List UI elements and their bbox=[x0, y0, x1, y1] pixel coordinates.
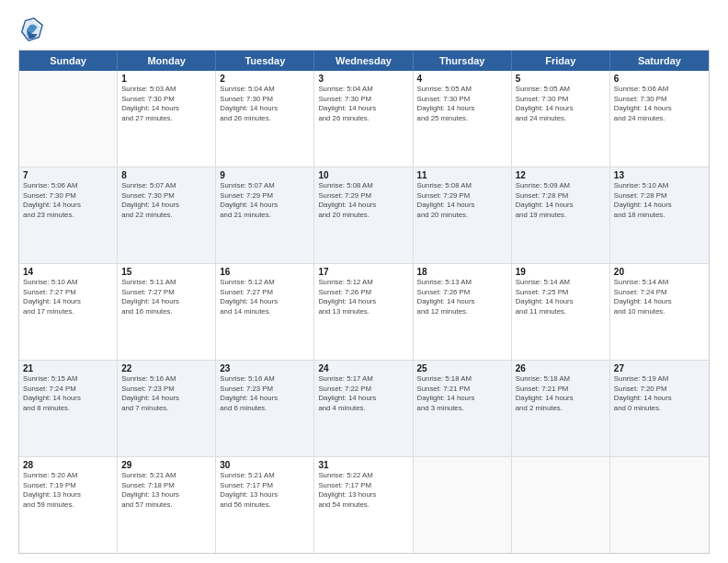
logo-icon bbox=[18, 17, 44, 42]
day-info: Sunrise: 5:11 AM Sunset: 7:27 PM Dayligh… bbox=[121, 278, 211, 316]
day-cell-22: 22Sunrise: 5:16 AM Sunset: 7:23 PM Dayli… bbox=[118, 361, 216, 456]
day-cell-24: 24Sunrise: 5:17 AM Sunset: 7:22 PM Dayli… bbox=[314, 361, 413, 456]
header-day-friday: Friday bbox=[512, 51, 610, 71]
day-info: Sunrise: 5:06 AM Sunset: 7:30 PM Dayligh… bbox=[23, 181, 113, 220]
day-cell-27: 27Sunrise: 5:19 AM Sunset: 7:20 PM Dayli… bbox=[610, 361, 709, 456]
day-cell-15: 15Sunrise: 5:11 AM Sunset: 7:27 PM Dayli… bbox=[118, 264, 216, 360]
day-info: Sunrise: 5:17 AM Sunset: 7:22 PM Dayligh… bbox=[318, 374, 408, 413]
day-cell-6: 6Sunrise: 5:06 AM Sunset: 7:30 PM Daylig… bbox=[610, 71, 709, 167]
calendar: SundayMondayTuesdayWednesdayThursdayFrid… bbox=[18, 50, 710, 554]
day-info: Sunrise: 5:16 AM Sunset: 7:23 PM Dayligh… bbox=[121, 374, 211, 413]
day-number: 14 bbox=[23, 267, 113, 277]
header-day-thursday: Thursday bbox=[414, 51, 512, 71]
calendar-row-4: 28Sunrise: 5:20 AM Sunset: 7:19 PM Dayli… bbox=[19, 457, 709, 553]
day-info: Sunrise: 5:04 AM Sunset: 7:30 PM Dayligh… bbox=[220, 85, 310, 123]
day-cell-23: 23Sunrise: 5:16 AM Sunset: 7:23 PM Dayli… bbox=[216, 361, 314, 456]
day-number: 7 bbox=[23, 170, 113, 180]
day-number: 21 bbox=[23, 363, 113, 373]
day-info: Sunrise: 5:06 AM Sunset: 7:30 PM Dayligh… bbox=[614, 85, 705, 123]
day-cell-29: 29Sunrise: 5:21 AM Sunset: 7:18 PM Dayli… bbox=[118, 457, 216, 553]
calendar-header: SundayMondayTuesdayWednesdayThursdayFrid… bbox=[19, 51, 709, 71]
day-cell-2: 2Sunrise: 5:04 AM Sunset: 7:30 PM Daylig… bbox=[216, 71, 314, 167]
header-day-saturday: Saturday bbox=[610, 51, 709, 71]
day-cell-4: 4Sunrise: 5:05 AM Sunset: 7:30 PM Daylig… bbox=[414, 71, 512, 167]
day-number: 22 bbox=[121, 363, 211, 373]
day-info: Sunrise: 5:21 AM Sunset: 7:18 PM Dayligh… bbox=[121, 471, 211, 510]
day-info: Sunrise: 5:13 AM Sunset: 7:26 PM Dayligh… bbox=[417, 278, 507, 316]
day-cell-16: 16Sunrise: 5:12 AM Sunset: 7:27 PM Dayli… bbox=[216, 264, 314, 360]
day-number: 10 bbox=[318, 170, 408, 180]
day-cell-14: 14Sunrise: 5:10 AM Sunset: 7:27 PM Dayli… bbox=[19, 264, 118, 360]
day-info: Sunrise: 5:05 AM Sunset: 7:30 PM Dayligh… bbox=[417, 85, 507, 123]
empty-cell-4-4 bbox=[414, 457, 512, 553]
day-number: 30 bbox=[220, 460, 310, 470]
day-number: 15 bbox=[121, 267, 211, 277]
day-number: 11 bbox=[417, 170, 507, 180]
day-number: 1 bbox=[121, 74, 211, 84]
day-number: 18 bbox=[417, 267, 507, 277]
day-number: 17 bbox=[318, 267, 408, 277]
header-day-monday: Monday bbox=[118, 51, 216, 71]
day-number: 29 bbox=[121, 460, 211, 470]
day-number: 2 bbox=[220, 74, 310, 84]
day-cell-12: 12Sunrise: 5:09 AM Sunset: 7:28 PM Dayli… bbox=[512, 167, 610, 263]
day-info: Sunrise: 5:20 AM Sunset: 7:19 PM Dayligh… bbox=[23, 471, 113, 510]
day-info: Sunrise: 5:05 AM Sunset: 7:30 PM Dayligh… bbox=[516, 85, 606, 123]
day-number: 8 bbox=[121, 170, 211, 180]
day-info: Sunrise: 5:08 AM Sunset: 7:29 PM Dayligh… bbox=[318, 181, 408, 220]
day-cell-3: 3Sunrise: 5:04 AM Sunset: 7:30 PM Daylig… bbox=[314, 71, 413, 167]
day-number: 26 bbox=[516, 363, 606, 373]
day-cell-30: 30Sunrise: 5:21 AM Sunset: 7:17 PM Dayli… bbox=[216, 457, 314, 553]
day-number: 31 bbox=[318, 460, 408, 470]
day-cell-7: 7Sunrise: 5:06 AM Sunset: 7:30 PM Daylig… bbox=[19, 167, 118, 263]
calendar-row-1: 7Sunrise: 5:06 AM Sunset: 7:30 PM Daylig… bbox=[19, 167, 709, 264]
day-cell-31: 31Sunrise: 5:22 AM Sunset: 7:17 PM Dayli… bbox=[314, 457, 413, 553]
calendar-body: 1Sunrise: 5:03 AM Sunset: 7:30 PM Daylig… bbox=[19, 71, 709, 553]
day-number: 27 bbox=[614, 363, 705, 373]
day-info: Sunrise: 5:10 AM Sunset: 7:28 PM Dayligh… bbox=[614, 181, 705, 220]
day-cell-13: 13Sunrise: 5:10 AM Sunset: 7:28 PM Dayli… bbox=[610, 167, 709, 263]
day-number: 28 bbox=[23, 460, 113, 470]
page: SundayMondayTuesdayWednesdayThursdayFrid… bbox=[0, 0, 728, 563]
day-info: Sunrise: 5:12 AM Sunset: 7:27 PM Dayligh… bbox=[220, 278, 310, 316]
day-info: Sunrise: 5:07 AM Sunset: 7:30 PM Dayligh… bbox=[121, 181, 211, 220]
day-info: Sunrise: 5:18 AM Sunset: 7:21 PM Dayligh… bbox=[516, 374, 606, 413]
day-info: Sunrise: 5:09 AM Sunset: 7:28 PM Dayligh… bbox=[516, 181, 606, 220]
day-info: Sunrise: 5:22 AM Sunset: 7:17 PM Dayligh… bbox=[318, 471, 408, 510]
day-number: 24 bbox=[318, 363, 408, 373]
day-cell-20: 20Sunrise: 5:14 AM Sunset: 7:24 PM Dayli… bbox=[610, 264, 709, 360]
header-day-sunday: Sunday bbox=[19, 51, 118, 71]
day-cell-18: 18Sunrise: 5:13 AM Sunset: 7:26 PM Dayli… bbox=[414, 264, 512, 360]
day-info: Sunrise: 5:07 AM Sunset: 7:29 PM Dayligh… bbox=[220, 181, 310, 220]
day-number: 5 bbox=[516, 74, 606, 84]
day-number: 4 bbox=[417, 74, 507, 84]
day-cell-1: 1Sunrise: 5:03 AM Sunset: 7:30 PM Daylig… bbox=[118, 71, 216, 167]
day-cell-8: 8Sunrise: 5:07 AM Sunset: 7:30 PM Daylig… bbox=[118, 167, 216, 263]
calendar-row-3: 21Sunrise: 5:15 AM Sunset: 7:24 PM Dayli… bbox=[19, 361, 709, 457]
header-day-tuesday: Tuesday bbox=[216, 51, 314, 71]
day-number: 19 bbox=[516, 267, 606, 277]
day-number: 12 bbox=[516, 170, 606, 180]
day-info: Sunrise: 5:10 AM Sunset: 7:27 PM Dayligh… bbox=[23, 278, 113, 316]
day-cell-25: 25Sunrise: 5:18 AM Sunset: 7:21 PM Dayli… bbox=[414, 361, 512, 456]
day-info: Sunrise: 5:14 AM Sunset: 7:24 PM Dayligh… bbox=[614, 278, 705, 316]
day-info: Sunrise: 5:14 AM Sunset: 7:25 PM Dayligh… bbox=[516, 278, 606, 316]
day-info: Sunrise: 5:19 AM Sunset: 7:20 PM Dayligh… bbox=[614, 374, 705, 413]
day-number: 16 bbox=[220, 267, 310, 277]
day-cell-10: 10Sunrise: 5:08 AM Sunset: 7:29 PM Dayli… bbox=[314, 167, 413, 263]
day-info: Sunrise: 5:16 AM Sunset: 7:23 PM Dayligh… bbox=[220, 374, 310, 413]
day-cell-17: 17Sunrise: 5:12 AM Sunset: 7:26 PM Dayli… bbox=[314, 264, 413, 360]
day-number: 13 bbox=[614, 170, 705, 180]
day-number: 25 bbox=[417, 363, 507, 373]
logo bbox=[18, 17, 48, 42]
header bbox=[18, 17, 710, 42]
empty-cell-4-5 bbox=[512, 457, 610, 553]
day-cell-5: 5Sunrise: 5:05 AM Sunset: 7:30 PM Daylig… bbox=[512, 71, 610, 167]
empty-cell-0-0 bbox=[19, 71, 118, 167]
header-day-wednesday: Wednesday bbox=[314, 51, 413, 71]
day-number: 3 bbox=[318, 74, 408, 84]
day-cell-28: 28Sunrise: 5:20 AM Sunset: 7:19 PM Dayli… bbox=[19, 457, 118, 553]
calendar-row-0: 1Sunrise: 5:03 AM Sunset: 7:30 PM Daylig… bbox=[19, 71, 709, 167]
empty-cell-4-6 bbox=[610, 457, 709, 553]
day-info: Sunrise: 5:12 AM Sunset: 7:26 PM Dayligh… bbox=[318, 278, 408, 316]
